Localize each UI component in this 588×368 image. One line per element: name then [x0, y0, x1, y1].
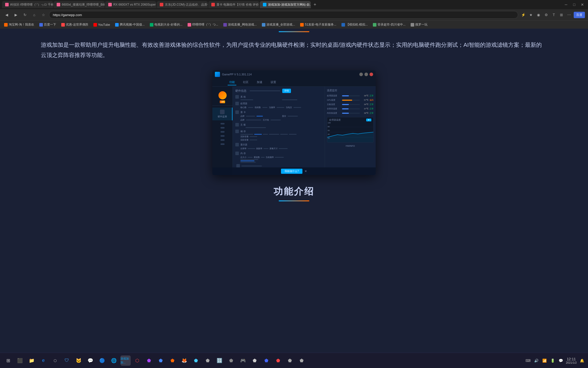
proc-freq-bar	[277, 107, 284, 108]
hwinfo-button[interactable]: HWiNFO	[346, 145, 355, 147]
bookmark-item[interactable]: 百度一下	[37, 22, 58, 27]
steam-btn[interactable]: 🎮	[238, 355, 248, 366]
app12-btn[interactable]: ⬟	[250, 355, 260, 366]
app10-btn[interactable]: ⬟	[203, 355, 213, 366]
refresh-btn[interactable]: ↻	[21, 11, 29, 18]
bookmark-item[interactable]: 51发薪-电子发薪服务...	[298, 22, 338, 27]
browser-tab[interactable]: 科技区-哔哩哔哩（'·'）っロ 千杯...✕	[2, 1, 53, 8]
func-intro-underline	[279, 200, 309, 201]
forward-btn[interactable]: ▶	[12, 11, 19, 18]
bookmark-item[interactable]: 登录超市-四川省中...	[371, 22, 408, 27]
browser-tab[interactable]: 京东(JD.COM)-正品低价、品质保障...✕	[157, 1, 208, 8]
detail-button[interactable]: 详情	[282, 89, 291, 93]
browser-tab[interactable]: 显卡 电脑组件【行情 价格 评价 正...✕	[208, 1, 259, 8]
back-btn[interactable]: ◀	[3, 11, 10, 18]
gpu-mem-bar	[288, 116, 298, 117]
tray-icon-3[interactable]: 📶	[541, 358, 547, 364]
translate-icon[interactable]: T	[551, 12, 557, 18]
gamepp-taskbar-btn[interactable]: 游戏加加...	[120, 355, 131, 366]
temp-status: 正常	[369, 112, 374, 114]
maximize-btn[interactable]: □	[571, 1, 578, 8]
app8-btn[interactable]: 🦊	[179, 355, 189, 366]
app-screenshot-section: GamePP V 5.1.301.114 功能 社区 加速 设置	[0, 70, 588, 175]
epic-btn[interactable]: ⬡	[50, 355, 60, 366]
display-detail-row: 分辨率 刷新率 屏幕尺寸	[240, 147, 322, 150]
baidu-button[interactable]: 百度	[574, 12, 585, 18]
chrome-btn[interactable]: 🌐	[109, 355, 119, 366]
sidebar-hardware[interactable]: 硬件监测	[212, 108, 232, 120]
hw-icon	[220, 110, 225, 114]
app-nav-community[interactable]: 社区	[241, 79, 250, 85]
browser-tab[interactable]: 6600xt_搜索结果_哔哩哔哩_Bilibili✕	[54, 1, 105, 8]
task-view-btn[interactable]: ⬛	[15, 355, 25, 366]
app4-btn[interactable]: ⬡	[132, 355, 142, 366]
win-maximize[interactable]	[364, 73, 368, 76]
calculator-btn[interactable]: 🔢	[214, 355, 225, 366]
bookmark-item[interactable]: 优惠-这世界偶胜	[59, 22, 90, 27]
file-explorer-btn[interactable]: 📁	[27, 355, 37, 366]
address-input[interactable]: https://gamepp.com	[49, 11, 518, 19]
bookmark-item[interactable]: 【模拟机·模拟...	[339, 22, 370, 27]
app7-btn[interactable]: ⬟	[167, 355, 178, 366]
minimize-btn[interactable]: ─	[562, 1, 570, 8]
app1-btn[interactable]: 🛡	[62, 355, 72, 366]
popup-button[interactable]: 我能做什么?	[281, 169, 302, 174]
taskbar-clock: 12:11 2021/1/2	[566, 357, 577, 364]
win-minimize[interactable]	[359, 73, 363, 76]
app-title-text: GamePP V 5.1.301.114	[222, 73, 252, 76]
star-icon[interactable]: ★	[528, 12, 534, 18]
menu-icon[interactable]: ⋯	[566, 12, 572, 18]
chart-select[interactable]: ▼	[366, 119, 371, 121]
app3-btn[interactable]: 🔵	[97, 355, 107, 366]
bookmark-item[interactable]: 电视剧大全-好看的...	[148, 22, 185, 27]
app-nav-boost[interactable]: 加速	[255, 79, 264, 85]
app2-btn[interactable]: 🐱	[74, 355, 84, 366]
start-button[interactable]: ⊞	[3, 355, 13, 366]
browser-tab[interactable]: RX 6600XT vs RTX 2060Super 显卡...✕	[105, 1, 156, 8]
app15-btn[interactable]: ⬟	[285, 355, 295, 366]
home-btn[interactable]: ⌂	[31, 11, 38, 18]
grid-icon[interactable]: ⊞	[558, 12, 565, 18]
app13-btn[interactable]: ⬟	[261, 355, 272, 366]
app6-btn[interactable]: ⬟	[156, 355, 166, 366]
browser-tab[interactable]: 游戏加加-游戏加加官方网站-款...✕	[260, 1, 311, 8]
bookmark-item[interactable]: 哔哩哔哩（'·'）つ...	[186, 22, 220, 27]
win-close[interactable]	[370, 73, 373, 76]
bookmark-item[interactable]: 搜罗一玩	[409, 22, 430, 27]
bookmark-item[interactable]: 淘宝网-淘！我喜欢	[2, 22, 36, 27]
mem-slot1-bar	[240, 159, 258, 160]
bookmark-item[interactable]: YouTube	[91, 22, 112, 27]
bookmark-btn[interactable]: ☆	[40, 11, 47, 18]
app11-btn[interactable]: ⬟	[226, 355, 236, 366]
tray-icon-5[interactable]: 💬	[558, 358, 564, 364]
app-nav-function[interactable]: 功能	[228, 79, 236, 85]
app9-btn[interactable]: ⬟	[191, 355, 201, 366]
extension-icon[interactable]: ⚙	[543, 12, 549, 18]
tray-icon-4[interactable]: 🔋	[549, 358, 556, 364]
wechat-btn[interactable]: 💬	[85, 355, 95, 366]
user-vip: VIP	[220, 100, 225, 103]
app16-btn[interactable]: ⬟	[297, 355, 307, 366]
storage-detail: 实际容量 实际容量	[240, 134, 322, 141]
bookmark-item[interactable]: 腾讯视频-中国值...	[113, 22, 147, 27]
close-btn[interactable]: ✕	[579, 1, 586, 8]
profile-icon[interactable]: ◉	[535, 12, 542, 18]
bookmark-item[interactable]: 游戏直播_网络游戏...	[221, 22, 259, 27]
tray-icon-2[interactable]: 🔊	[533, 358, 539, 364]
bookmark-item[interactable]: 游戏直播_全部游戏...	[260, 22, 297, 27]
popup-close-btn[interactable]: ✕	[304, 169, 307, 173]
hw-label: 硬件监测	[218, 115, 227, 118]
temp-status: 正常	[369, 107, 374, 110]
tray-icon-1[interactable]: ⌨	[525, 358, 531, 364]
new-tab-button[interactable]: +	[311, 1, 318, 8]
func-intro-section: 功能介绍	[0, 185, 588, 201]
tab-bar: 科技区-哔哩哔哩（'·'）っロ 千杯...✕6600xt_搜索结果_哔哩哔哩_B…	[0, 0, 588, 9]
lightning-icon[interactable]: ⚡	[520, 12, 526, 18]
ie-btn[interactable]: e	[38, 355, 48, 366]
app-nav-settings[interactable]: 设置	[269, 79, 278, 85]
gpu-extra-row: 品牌 芯片组	[240, 119, 322, 121]
app5-btn[interactable]: ⬟	[144, 355, 154, 366]
notification-icon[interactable]: 🔔	[579, 358, 585, 364]
temp-row-label: GPU温度	[327, 99, 341, 101]
app14-btn[interactable]: ⬟	[273, 355, 283, 366]
